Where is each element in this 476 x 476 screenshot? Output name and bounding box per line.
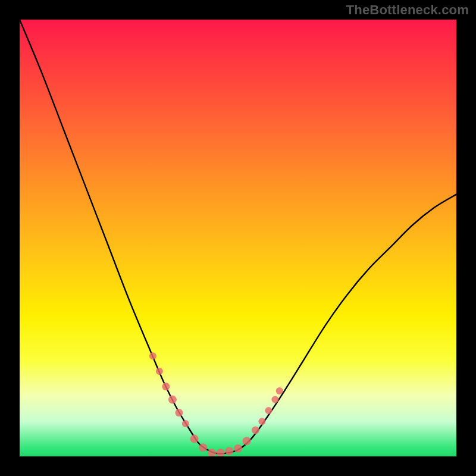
highlight-dot <box>182 420 189 427</box>
highlight-dot <box>276 387 283 394</box>
highlight-dot <box>252 427 259 434</box>
highlight-dot <box>217 449 225 456</box>
highlight-dot <box>265 407 272 414</box>
highlight-dot <box>156 368 163 375</box>
bottleneck-curve <box>20 20 456 454</box>
highlight-dot <box>258 418 265 425</box>
plot-area <box>20 20 456 456</box>
curve-layer <box>20 20 456 456</box>
highlight-dot <box>243 437 251 445</box>
highlight-dot <box>168 396 177 404</box>
watermark-text: TheBottleneck.com <box>346 2 469 18</box>
highlight-dot <box>162 383 170 390</box>
chart-frame: TheBottleneck.com <box>0 0 476 476</box>
highlight-dot <box>199 443 207 452</box>
highlight-dots <box>149 352 283 456</box>
highlight-dot <box>149 352 156 359</box>
highlight-dot <box>234 444 242 453</box>
highlight-dot <box>271 396 278 403</box>
highlight-dot <box>175 409 183 416</box>
highlight-dot <box>225 447 233 455</box>
highlight-dot <box>190 435 199 443</box>
